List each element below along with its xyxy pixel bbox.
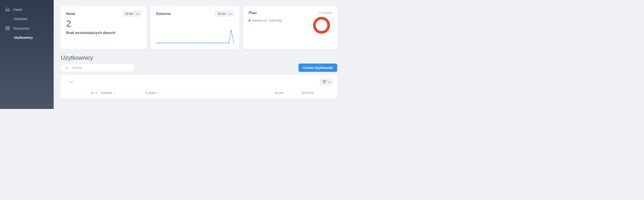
svg-point-26 xyxy=(215,42,216,44)
svg-point-14 xyxy=(182,42,184,44)
svg-point-6 xyxy=(161,42,162,44)
svg-point-16 xyxy=(188,42,189,44)
svg-point-35 xyxy=(66,66,68,68)
svg-point-34 xyxy=(314,18,329,32)
card-dzienne: Dzienne 30 dni xyxy=(151,6,239,49)
main-content: Nowi 30 dni 2 Brak wcześniejszych danych… xyxy=(54,0,344,109)
legend-dot-icon xyxy=(249,20,250,22)
line-chart-dzienne xyxy=(156,20,234,44)
select-all-checkbox[interactable] xyxy=(65,80,69,84)
filter-icon xyxy=(322,80,326,84)
svg-point-12 xyxy=(177,42,178,44)
grid-icon xyxy=(5,26,10,30)
svg-point-27 xyxy=(217,42,218,44)
svg-point-15 xyxy=(185,42,186,44)
svg-point-24 xyxy=(209,42,210,44)
svg-point-22 xyxy=(204,42,205,44)
card-nowi-note: Brak wcześniejszych danych xyxy=(66,31,141,35)
sidebar-item-users[interactable]: Użytkownicy xyxy=(0,33,54,42)
svg-point-20 xyxy=(198,42,200,44)
svg-point-23 xyxy=(206,42,208,44)
svg-point-10 xyxy=(172,42,173,44)
search-input[interactable] xyxy=(72,66,130,70)
home-icon xyxy=(5,7,10,12)
sidebar-item-panel[interactable]: Panel xyxy=(0,4,54,14)
svg-point-7 xyxy=(164,42,165,44)
sidebar-item-stats[interactable]: Statystyki xyxy=(0,14,54,23)
chevron-down-icon xyxy=(70,80,73,83)
card-nowi-value: 2 xyxy=(66,18,141,29)
card-nowi: Nowi 30 dni 2 Brak wcześniejszych danych xyxy=(61,6,147,49)
users-table: ID NAZWA E-MAIL PLAN STATUS xyxy=(61,75,337,99)
plan-total: (2 suma) xyxy=(319,11,332,14)
svg-point-5 xyxy=(158,42,160,44)
card-dzienne-title: Dzienne xyxy=(156,12,170,16)
sidebar-panel-label: Panel xyxy=(14,8,22,12)
card-nowi-range-select[interactable]: 30 dni xyxy=(122,11,141,17)
sort-icon xyxy=(158,92,160,94)
sidebar: Panel Statystyki Resources Użytkownicy xyxy=(0,0,54,109)
create-user-button[interactable]: Create Użytkownik xyxy=(298,64,337,72)
donut-chart-plan xyxy=(312,16,331,35)
plan-legend: premium (2 - 100,00%) xyxy=(249,19,282,22)
search-wrap[interactable] xyxy=(61,64,134,72)
svg-point-28 xyxy=(220,42,221,44)
svg-rect-0 xyxy=(6,26,8,28)
svg-point-31 xyxy=(228,42,229,44)
sort-icon xyxy=(95,92,97,94)
card-dzienne-range-select[interactable]: 30 dni xyxy=(215,11,234,17)
table-header: ID NAZWA E-MAIL PLAN STATUS xyxy=(61,89,337,99)
col-email[interactable]: E-MAIL xyxy=(146,91,213,95)
svg-rect-2 xyxy=(6,29,8,30)
svg-point-33 xyxy=(234,42,234,44)
svg-point-30 xyxy=(226,42,226,44)
svg-point-18 xyxy=(193,42,194,44)
search-icon xyxy=(65,66,68,70)
card-nowi-title: Nowi xyxy=(66,12,75,16)
svg-point-17 xyxy=(190,42,192,44)
svg-rect-1 xyxy=(8,26,10,28)
sidebar-resources-label: Resources xyxy=(14,26,30,30)
card-plan: Plan premium (2 - 100,00%) (2 suma) xyxy=(243,6,337,49)
sort-icon xyxy=(114,92,116,94)
svg-point-11 xyxy=(174,42,176,44)
sidebar-users-label: Użytkownicy xyxy=(14,36,33,39)
svg-point-32 xyxy=(230,30,232,31)
plan-legend-text: premium (2 - 100,00%) xyxy=(252,19,282,22)
select-all-dropdown[interactable] xyxy=(65,80,72,84)
card-plan-title: Plan xyxy=(249,11,257,15)
col-name[interactable]: NAZWA xyxy=(101,91,146,95)
svg-point-21 xyxy=(201,42,202,44)
svg-point-29 xyxy=(223,42,224,44)
svg-point-9 xyxy=(169,42,170,44)
page-title: Użytkownicy xyxy=(61,54,337,61)
svg-point-4 xyxy=(156,42,157,44)
col-id[interactable]: ID xyxy=(74,91,101,95)
svg-rect-3 xyxy=(8,29,10,30)
col-plan[interactable]: PLAN xyxy=(275,91,302,95)
sidebar-item-resources[interactable]: Resources xyxy=(0,23,54,33)
col-status[interactable]: STATUS xyxy=(302,91,333,95)
svg-point-25 xyxy=(212,42,213,44)
svg-point-19 xyxy=(196,42,197,44)
filter-button[interactable] xyxy=(320,78,333,86)
sidebar-stats-label: Statystyki xyxy=(14,17,27,20)
chevron-down-icon xyxy=(328,80,331,83)
svg-point-8 xyxy=(166,42,168,44)
svg-point-13 xyxy=(180,42,181,44)
